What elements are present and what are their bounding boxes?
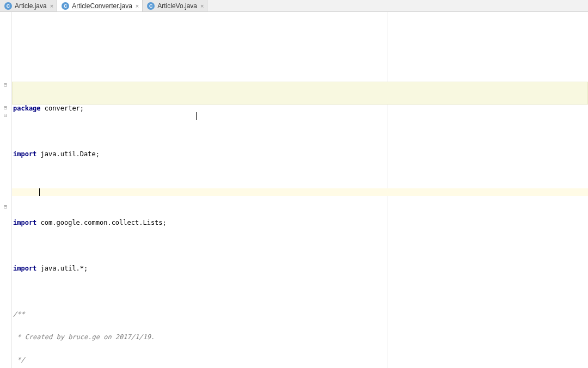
- fold-marker-icon[interactable]: ⊟: [2, 82, 9, 88]
- fold-marker-icon[interactable]: ⊟: [2, 112, 9, 119]
- tab-article[interactable]: C Article.java ×: [0, 0, 57, 11]
- code-line: */: [12, 356, 588, 364]
- close-icon[interactable]: ×: [200, 3, 204, 9]
- class-icon: C: [4, 2, 12, 10]
- close-icon[interactable]: ×: [50, 3, 53, 9]
- editor: ⊟ ⊟ ⊟ ⊟ package converter; import java.u…: [0, 12, 588, 368]
- tab-articleconverter[interactable]: C ArticleConverter.java ×: [57, 0, 143, 11]
- code-line: /**: [12, 310, 588, 318]
- tab-bar: C Article.java × C ArticleConverter.java…: [0, 0, 588, 12]
- code-line: import java.util.*;: [12, 265, 588, 272]
- code-area[interactable]: package converter; import java.util.Date…: [12, 12, 588, 368]
- editor-caret-icon: [39, 188, 40, 196]
- tab-label: Article.java: [15, 2, 47, 10]
- code-line: * Created by bruce.ge on 2017/1/19.: [12, 333, 588, 341]
- close-icon[interactable]: ×: [136, 3, 139, 9]
- tab-label: ArticleVo.java: [157, 2, 197, 10]
- class-icon: C: [62, 2, 69, 10]
- code-line: [12, 196, 588, 204]
- javadoc-band: [12, 82, 588, 105]
- code-line: [12, 242, 588, 249]
- code-line: import com.google.common.collect.Lists;: [12, 219, 588, 226]
- fold-marker-icon[interactable]: ⊟: [2, 204, 9, 210]
- code-line: [12, 173, 588, 181]
- code-line: [12, 127, 588, 135]
- code-line: package converter;: [12, 105, 588, 112]
- tab-articlevo[interactable]: C ArticleVo.java ×: [143, 0, 207, 11]
- current-line-highlight: [12, 188, 588, 196]
- code-line: [12, 287, 588, 295]
- tab-label: ArticleConverter.java: [72, 2, 132, 10]
- class-icon: C: [147, 2, 155, 10]
- fold-marker-icon[interactable]: ⊟: [2, 105, 9, 111]
- text-caret-icon: [196, 112, 197, 120]
- gutter: ⊟ ⊟ ⊟ ⊟: [0, 12, 12, 368]
- code-line: import java.util.Date;: [12, 150, 588, 158]
